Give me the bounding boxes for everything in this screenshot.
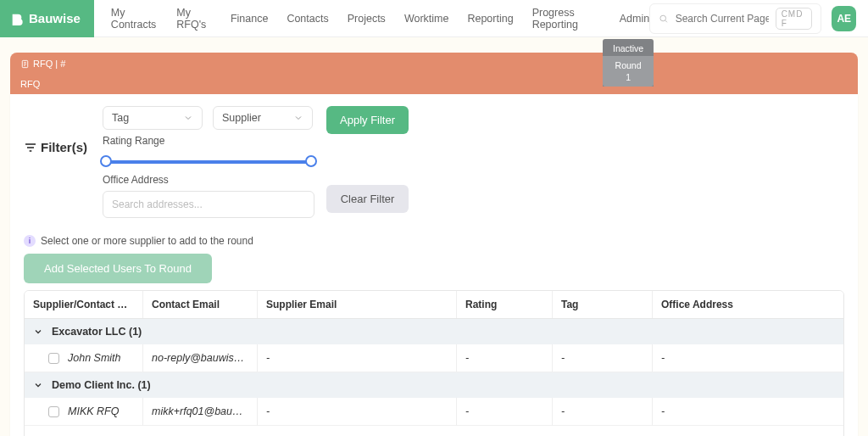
rating-range-slider[interactable]: [103, 154, 314, 169]
filters-heading: Filter(s): [24, 140, 87, 154]
nav-contacts[interactable]: Contacts: [287, 13, 328, 25]
group-title: Excavator LLC (1): [52, 326, 142, 338]
document-icon: [20, 59, 30, 69]
row-checkbox[interactable]: [48, 406, 59, 417]
cell-rating: -: [457, 398, 553, 425]
tag-select-value: Tag: [112, 112, 129, 124]
info-icon: i: [24, 235, 36, 247]
filters-heading-text: Filter(s): [41, 140, 87, 154]
office-address-input[interactable]: [103, 191, 314, 218]
search-icon: [659, 13, 668, 25]
th-supplier-contact-name[interactable]: Supplier/Contact Name: [25, 291, 143, 318]
add-selected-users-button[interactable]: Add Selected Users To Round: [24, 254, 212, 283]
status-badge: Inactive Round 1: [603, 39, 654, 87]
th-office-address[interactable]: Office Address: [653, 291, 843, 318]
th-contact-email[interactable]: Contact Email: [143, 291, 258, 318]
user-avatar[interactable]: AE: [832, 6, 856, 31]
chevron-down-icon: [293, 113, 303, 123]
nav-progress-reporting[interactable]: Progress Reporting: [532, 7, 601, 31]
nav-reporting[interactable]: Reporting: [467, 13, 513, 25]
suppliers-table: Supplier/Contact Name Contact Email Supp…: [24, 290, 844, 436]
breadcrumb-sub: RFQ: [10, 75, 858, 94]
supplier-select-value: Supplier: [222, 112, 261, 124]
nav-my-contracts[interactable]: My Contracts: [111, 7, 158, 31]
clear-filter-button[interactable]: Clear Filter: [326, 185, 409, 213]
svg-point-0: [660, 15, 666, 21]
cell-rating: -: [457, 344, 553, 372]
info-text: Select one or more supplier to add to th…: [41, 235, 253, 247]
cell-supplier-email: -: [258, 344, 457, 372]
top-nav: Bauwise My Contracts My RFQ's Finance Co…: [0, 0, 868, 37]
logo-icon: [10, 12, 24, 25]
cell-tag: -: [553, 344, 653, 372]
search-input[interactable]: [676, 13, 769, 25]
table-group-header[interactable]: Excavator LLC (1): [25, 319, 843, 344]
nav-admin[interactable]: Admin: [620, 13, 649, 25]
cell-supplier-email: -: [258, 398, 457, 425]
slider-min-handle[interactable]: [100, 155, 112, 167]
table-header-row: Supplier/Contact Name Contact Email Supp…: [25, 291, 843, 319]
table-row: MIKK RFQ mikk+rfq01@bauwise.com - - - -: [25, 398, 843, 426]
cell-contact-email: mikk+rfq01@bauwise.com: [143, 398, 258, 425]
content-card: Filter(s) Tag Supplier Rating Range: [10, 94, 858, 436]
brand-name: Bauwise: [29, 11, 81, 25]
row-checkbox[interactable]: [48, 353, 59, 364]
table-group-header[interactable]: Demo Client Inc. (1): [25, 372, 843, 398]
status-line1: Inactive: [613, 43, 643, 53]
info-message: i Select one or more supplier to add to …: [24, 235, 844, 247]
filter-icon: [24, 141, 37, 154]
cell-contact-email: no-reply@bauwise.com: [143, 344, 258, 372]
apply-filter-button[interactable]: Apply Filter: [326, 106, 409, 134]
th-rating[interactable]: Rating: [457, 291, 553, 318]
chevron-down-icon: [33, 380, 43, 390]
breadcrumb-bar: RFQ | # Inactive Round 1: [10, 53, 858, 75]
status-line2: Round 1: [603, 56, 654, 87]
tag-select[interactable]: Tag: [103, 106, 203, 130]
nav-projects[interactable]: Projects: [348, 13, 386, 25]
table-row: John Smith no-reply@bauwise.com - - - -: [25, 344, 843, 372]
group-title: Demo Client Inc. (1): [52, 379, 151, 391]
chevron-down-icon: [33, 327, 43, 337]
nav-finance[interactable]: Finance: [231, 13, 268, 25]
nav-my-rfqs[interactable]: My RFQ's: [176, 7, 212, 31]
cell-name: John Smith: [68, 352, 121, 364]
search-box[interactable]: CMD F: [649, 3, 821, 34]
office-address-label: Office Address: [103, 174, 314, 186]
filters-section: Filter(s) Tag Supplier Rating Range: [24, 106, 844, 218]
th-tag[interactable]: Tag: [553, 291, 653, 318]
cell-address: -: [653, 344, 843, 372]
slider-track: [103, 160, 314, 164]
brand-logo[interactable]: Bauwise: [0, 0, 94, 37]
breadcrumb-title: RFQ | #: [33, 59, 65, 69]
th-supplier-email[interactable]: Supplier Email: [258, 291, 457, 318]
cell-name: MIKK RFQ: [68, 405, 119, 417]
supplier-select[interactable]: Supplier: [213, 106, 313, 130]
nav-worktime[interactable]: Worktime: [404, 13, 449, 25]
search-shortcut: CMD F: [776, 8, 813, 30]
slider-max-handle[interactable]: [305, 155, 317, 167]
main-nav: My Contracts My RFQ's Finance Contacts P…: [111, 7, 649, 31]
cell-tag: -: [553, 398, 653, 425]
chevron-down-icon: [183, 113, 193, 123]
rating-range-label: Rating Range: [103, 135, 314, 147]
table-empty-space: [25, 426, 843, 436]
cell-address: -: [653, 398, 843, 425]
